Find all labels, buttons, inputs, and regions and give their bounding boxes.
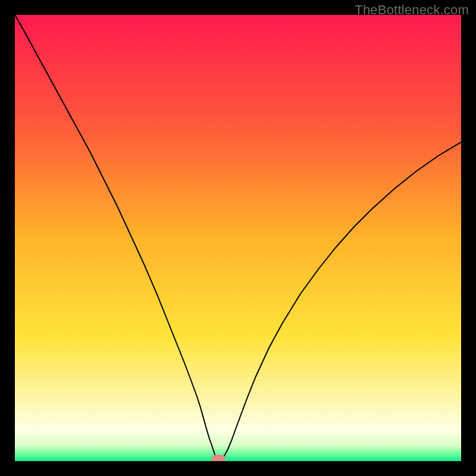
gradient-background: [15, 15, 461, 461]
watermark-text: TheBottleneck.com: [355, 2, 469, 18]
chart-frame: TheBottleneck.com: [0, 0, 476, 476]
bottleneck-chart: [15, 15, 461, 461]
plot-area: [15, 15, 461, 461]
